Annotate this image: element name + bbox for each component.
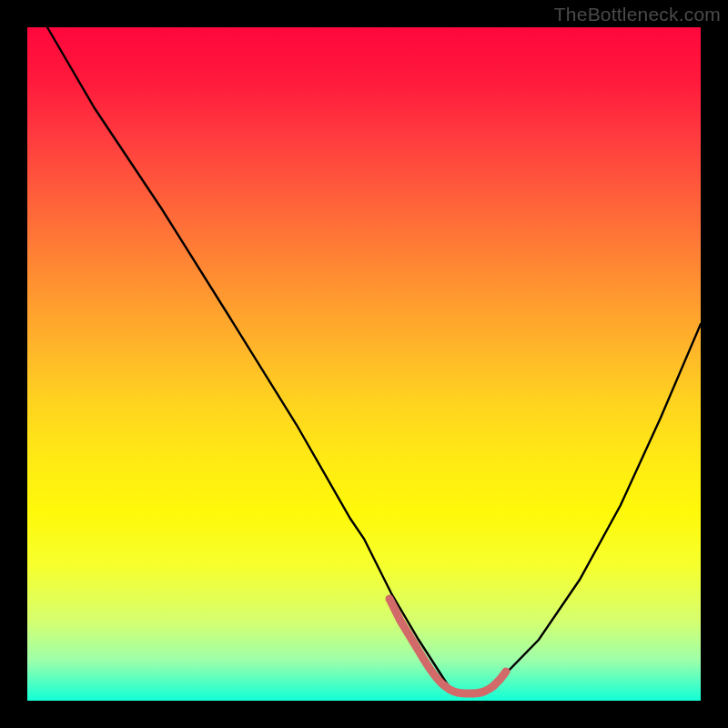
watermark-text: TheBottleneck.com bbox=[554, 4, 721, 25]
curve-path bbox=[47, 27, 701, 694]
optimal-zone-marker bbox=[389, 599, 506, 693]
chart-frame: TheBottleneck.com bbox=[0, 0, 728, 728]
plot-area bbox=[27, 27, 701, 701]
bottleneck-curve bbox=[27, 27, 701, 701]
